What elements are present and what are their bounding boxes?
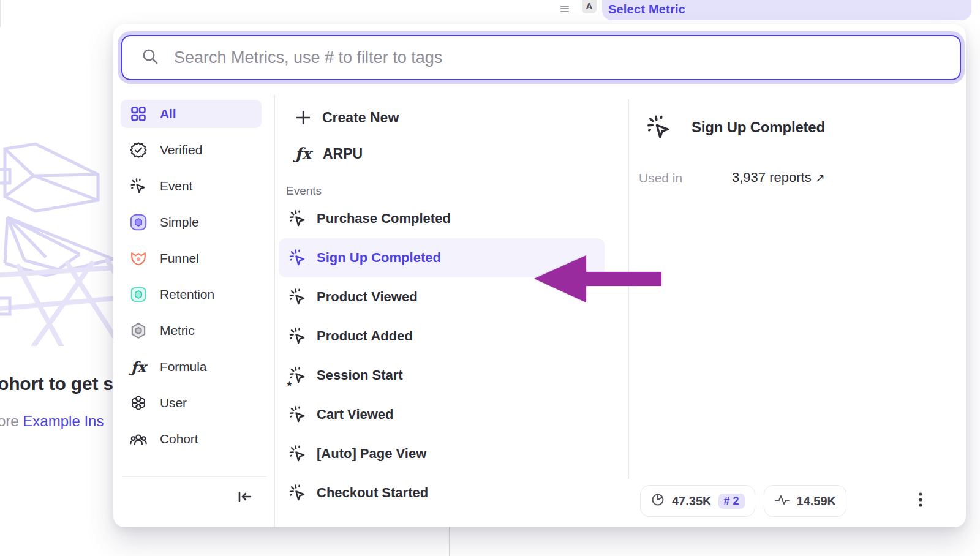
select-metric-button[interactable]: Select Metric [602, 0, 971, 20]
sidebar-footer-divider [123, 476, 266, 477]
kebab-menu-icon[interactable] [913, 490, 928, 509]
sidebar-item-metric[interactable]: Metric [121, 317, 262, 345]
metric-item-label: Product Added [317, 328, 413, 344]
select-metric-label: Select Metric [608, 2, 685, 17]
sidebar-item-label: Metric [160, 323, 195, 338]
metric-list: Create New ƒx ARPU Events Purchase Compl… [274, 95, 628, 527]
sidebar-item-label: Simple [160, 215, 199, 230]
sidebar-item-funnel[interactable]: Funnel [121, 244, 262, 272]
formula-fx-icon: ƒx [129, 358, 148, 376]
metric-item-label: Sign Up Completed [317, 250, 441, 266]
user-cluster-icon [129, 394, 148, 412]
sidebar-item-label: Event [160, 179, 192, 193]
sidebar-item-formula[interactable]: ƒx Formula [121, 353, 262, 381]
cohort-people-icon [129, 430, 148, 448]
picker-columns: All Verified Event [113, 95, 966, 527]
detail-title: Sign Up Completed [692, 119, 825, 136]
event-cursor-icon [129, 177, 148, 195]
sidebar-item-label: Retention [160, 287, 214, 302]
sidebar-item-retention[interactable]: Retention [121, 280, 262, 309]
sidebar-item-simple[interactable]: Simple [121, 208, 262, 236]
create-new-label: Create New [322, 110, 399, 126]
rank-badge: # 2 [718, 494, 745, 509]
metric-item-label: Checkout Started [317, 485, 428, 501]
metric-list-item[interactable]: Purchase Completed [279, 199, 605, 238]
drag-handle-icon[interactable] [560, 4, 569, 12]
metric-list-item[interactable]: ★ Session Start [279, 356, 605, 395]
metric-list-item[interactable]: Checkout Started [279, 473, 605, 513]
metric-list-item[interactable]: Product Added [279, 317, 605, 356]
event-cursor-icon [288, 405, 307, 424]
event-cursor-icon [288, 287, 307, 307]
simple-square-icon [129, 213, 148, 231]
grid-icon [129, 105, 148, 123]
sidebar-item-label: Verified [160, 143, 202, 157]
pie-chart-icon [650, 492, 665, 510]
verified-badge-icon [129, 141, 148, 159]
formula-fx-icon: ƒx [292, 145, 314, 163]
sidebar-item-label: Funnel [160, 251, 199, 266]
event-cursor-icon [288, 326, 307, 346]
create-new-button[interactable]: Create New [274, 103, 628, 132]
event-cursor-star-icon: ★ [288, 366, 307, 385]
event-cursor-icon [288, 483, 307, 503]
total-count-chip[interactable]: 47.35K # 2 [640, 485, 755, 517]
sidebar-item-label: Cohort [160, 432, 198, 446]
pulse-icon [774, 492, 790, 510]
metric-item-label: Cart Viewed [317, 407, 394, 423]
collapse-panel-icon[interactable] [235, 487, 254, 506]
metric-item-label: Session Start [317, 367, 403, 383]
app-canvas: A Select Metric ohort to get s [0, 0, 980, 556]
sidebar-item-event[interactable]: Event [121, 172, 262, 200]
panel-divider [0, 0, 1, 27]
metric-item-label: Product Viewed [317, 289, 418, 305]
metric-detail-panel: Sign Up Completed Used in 3,937 reports↗… [628, 95, 966, 527]
used-in-label: Used in [639, 171, 682, 186]
metric-list-item[interactable]: Cart Viewed [279, 395, 605, 434]
reports-count: 3,937 reports [732, 170, 812, 185]
background-subtext-fragment: ore [0, 413, 23, 429]
retention-icon [129, 285, 148, 304]
external-link-arrow: ↗ [815, 171, 825, 184]
metric-item-label: Purchase Completed [317, 211, 451, 227]
metric-list-item[interactable]: Product Viewed [279, 277, 605, 317]
panel-divider [449, 527, 450, 556]
used-in-reports-link[interactable]: 3,937 reports↗ [732, 170, 825, 186]
sidebar-item-cohort[interactable]: Cohort [121, 425, 262, 453]
unique-count-chip[interactable]: 14.59K [764, 485, 847, 517]
metric-stats-row: 47.35K # 2 14.59K [640, 485, 846, 517]
metric-search-box[interactable] [121, 35, 961, 80]
category-sidebar: All Verified Event [121, 100, 262, 453]
event-cursor-icon [288, 248, 307, 268]
sidebar-item-user[interactable]: User [121, 389, 262, 417]
events-section-header: Events [286, 183, 628, 199]
funnel-icon [129, 249, 148, 268]
metric-list-item-arpu[interactable]: ƒx ARPU [274, 139, 628, 168]
sidebar-item-label: Formula [160, 359, 206, 374]
series-a-badge[interactable]: A [582, 0, 597, 13]
stat-value: 14.59K [797, 494, 837, 508]
background-heading-fragment: ohort to get s [0, 374, 113, 394]
sidebar-item-label: All [160, 107, 176, 121]
plus-icon [294, 108, 312, 127]
event-cursor-icon [645, 113, 673, 141]
search-input[interactable] [173, 48, 960, 68]
background-subtext: ore Example Ins [0, 413, 104, 430]
example-insights-link[interactable]: Example Ins [23, 413, 104, 429]
metric-item-label: [Auto] Page View [317, 446, 426, 462]
search-icon [141, 47, 159, 68]
event-cursor-icon [288, 444, 307, 464]
sidebar-item-verified[interactable]: Verified [121, 136, 262, 164]
event-cursor-icon [288, 209, 307, 228]
metric-picker-dialog: All Verified Event [113, 24, 966, 527]
sidebar-item-all[interactable]: All [121, 100, 262, 128]
decorative-wireframe-illustration [0, 138, 116, 346]
metric-item-label: ARPU [323, 146, 363, 162]
metric-list-item-selected[interactable]: Sign Up Completed [279, 238, 605, 277]
sidebar-item-label: User [160, 396, 187, 410]
metric-list-item[interactable]: [Auto] Page View [279, 434, 605, 473]
stat-value: 47.35K [672, 494, 712, 508]
metric-hexagon-icon [129, 321, 148, 340]
